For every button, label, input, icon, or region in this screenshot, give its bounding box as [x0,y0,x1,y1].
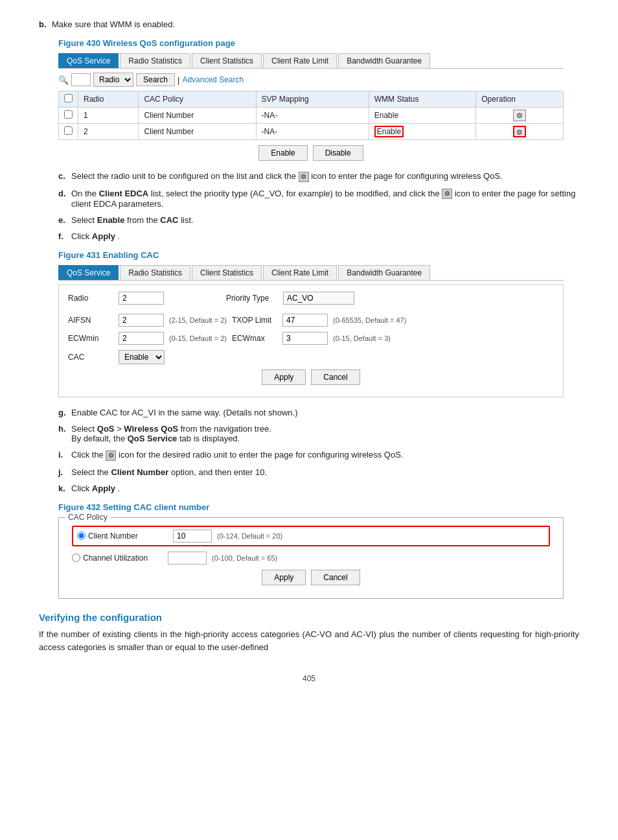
section-heading: Verifying the configuration [39,612,579,623]
select-all-checkbox[interactable] [64,94,73,102]
cac-policy-box: CAC Policy Client Number (0-124, Default… [58,517,564,599]
tab-bandwidth[interactable]: Bandwidth Guarantee [338,53,430,68]
step-g: g. Enable CAC for AC_VI in the same way.… [58,408,579,417]
col-op: Operation [476,91,564,108]
step-f-text: Click Apply . [71,231,579,241]
step-c: c. Select the radio unit to be configure… [58,171,579,182]
search-button[interactable]: Search [136,73,175,86]
step-i: i. Click the ⚙ icon for the desired radi… [58,450,579,461]
tab431-rate[interactable]: Client Rate Limit [263,265,337,280]
advanced-search-link[interactable]: Advanced Search [182,75,244,84]
step-e-text: Select Enable from the CAC list. [71,215,579,225]
channel-util-input[interactable] [168,552,207,565]
col-check [59,91,78,108]
enable-button[interactable]: Enable [258,145,307,161]
tab-client-rate[interactable]: Client Rate Limit [263,53,337,68]
row2-op-icon[interactable]: ⚙ [513,126,526,137]
tab431-bw[interactable]: Bandwidth Guarantee [338,265,430,280]
step-h: h. Select QoS > Wireless QoS from the na… [58,424,579,443]
figure-432-wrapper: Figure 432 Setting CAC client number CAC… [58,502,564,599]
row2-checkbox[interactable] [64,126,73,135]
step-f-letter: f. [58,231,71,241]
form-row-ecwmin-ecwmax: ECWmin (0-15, Default = 2) ECWmax (0-15,… [68,332,554,345]
config-icon-d: ⚙ [442,189,452,199]
apply-button-432[interactable]: Apply [262,570,306,585]
form-row-aifsn-txop: AIFSN (2-15, Default = 2) TXOP Limit (0-… [68,314,554,327]
tab431-client[interactable]: Client Statistics [192,265,262,280]
step-d: d. On the Client EDCA list, select the p… [58,189,579,209]
step-i-letter: i. [58,450,71,460]
client-number-radio[interactable] [77,531,86,540]
step-b-letter: b. [39,19,52,29]
step-k-letter: k. [58,484,71,493]
cac-select[interactable]: Enable Disable [119,350,165,364]
channel-utilization-row: Channel Utilization (0-100, Default = 65… [72,552,550,565]
col-cac: CAC Policy [139,91,256,108]
channel-util-hint: (0-100, Default = 65) [212,554,277,562]
step-k-text: Click Apply . [71,484,579,493]
search-input[interactable] [71,73,91,86]
client-number-hint: (0-124, Default = 20) [217,532,282,540]
search-dropdown[interactable]: Radio [93,73,133,87]
search-icon: 🔍 [58,75,69,85]
aifsn-label: AIFSN [68,316,113,325]
verify-text: If the number of existing clients in the… [39,628,579,655]
row1-wmm: Enable [369,108,476,124]
ecwmax-label: ECWmax [232,334,277,343]
config-icon-i: ⚙ [106,450,116,461]
fig430-button-row: Enable Disable [58,145,564,161]
row1-op: ⚙ [476,108,564,124]
step-e-letter: e. [58,215,71,225]
figure-430-title: Figure 430 Wireless QoS configuration pa… [58,38,564,48]
cac-label: CAC [68,353,113,362]
tab431-radio[interactable]: Radio Statistics [120,265,190,280]
cancel-button-432[interactable]: Cancel [311,570,360,585]
figure-431-wrapper: Figure 431 Enabling CAC QoS Service Radi… [58,250,564,397]
figure-432-title: Figure 432 Setting CAC client number [58,502,564,512]
tab431-qos[interactable]: QoS Service [58,265,119,280]
step-k: k. Click Apply . [58,484,579,493]
radio-input[interactable] [119,292,164,305]
disable-button[interactable]: Disable [313,145,363,161]
fig432-button-row: Apply Cancel [72,570,550,585]
row1-cac: Client Number [139,108,256,124]
tab-radio-stats[interactable]: Radio Statistics [120,53,190,68]
steps-ghijk: g. Enable CAC for AC_VI in the same way.… [58,408,579,493]
table-row: 2 Client Number -NA- Enable ⚙ [59,124,564,140]
txop-input[interactable] [282,314,328,327]
tab-client-stats[interactable]: Client Statistics [192,53,262,68]
row1-op-icon[interactable]: ⚙ [513,110,526,121]
row1-checkbox[interactable] [64,110,73,119]
ecwmax-input[interactable] [282,332,328,345]
row1-svp: -NA- [256,108,369,124]
row2-wmm: Enable [369,124,476,140]
tab-qos-service[interactable]: QoS Service [58,53,119,68]
cancel-button-431[interactable]: Cancel [311,369,360,385]
cac-policy-legend: CAC Policy [65,513,110,522]
txop-hint: (0-65535, Default = 47) [333,316,406,324]
figure-430-wrapper: Figure 430 Wireless QoS configuration pa… [58,38,564,161]
ecwmin-input[interactable] [119,332,164,345]
step-d-text: On the Client EDCA list, select the prio… [71,189,579,209]
qos-table: Radio CAC Policy SVP Mapping WMM Status … [58,91,564,140]
col-radio: Radio [78,91,139,108]
apply-button-431[interactable]: Apply [262,369,306,385]
figure-431-tabs: QoS Service Radio Statistics Client Stat… [58,265,564,281]
form-row-radio-priority: Radio Priority Type [68,292,554,305]
row2-op: ⚙ [476,124,564,140]
fig431-button-row: Apply Cancel [68,369,554,385]
row2-radio: 2 [78,124,139,140]
row2-cac: Client Number [139,124,256,140]
channel-util-radio[interactable] [72,554,80,562]
priority-input[interactable] [283,292,354,305]
step-j-text: Select the Client Number option, and the… [71,467,579,477]
step-h-letter: h. [58,424,71,434]
step-f: f. Click Apply . [58,231,579,241]
aifsn-hint: (2-15, Default = 2) [169,316,227,324]
aifsn-input[interactable] [119,314,164,327]
row1-radio: 1 [78,108,139,124]
client-number-label: Client Number [77,531,168,541]
col-svp: SVP Mapping [256,91,369,108]
search-bar: 🔍 Radio Search | Advanced Search [58,73,564,87]
client-number-input[interactable] [173,530,212,542]
